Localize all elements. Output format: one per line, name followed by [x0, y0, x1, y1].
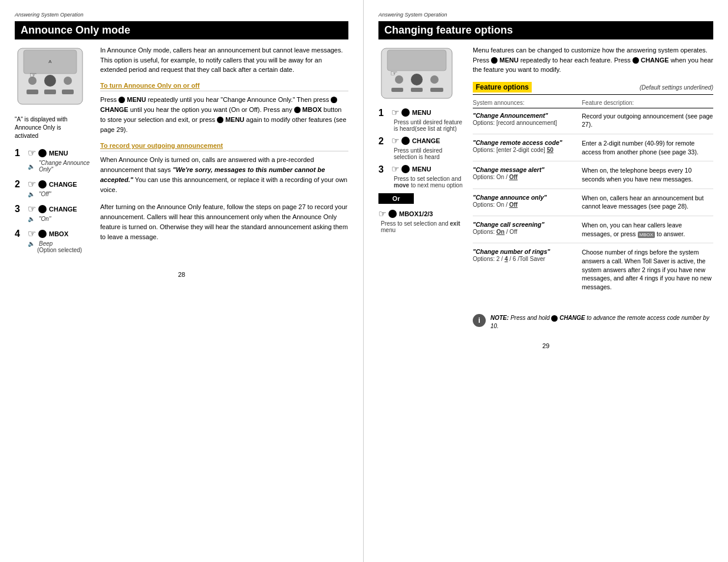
- right-step-content-2: ☞ CHANGE Press until desired selection i…: [391, 135, 467, 160]
- feature-name-1: "Change Announcement" Options: [record a…: [473, 112, 576, 129]
- menu-label-1: MENU: [49, 150, 68, 157]
- right-mbox-desc: Press to set selection and exit menu: [381, 220, 467, 233]
- feature-options-2: Options: [enter 2-digit code] 50: [473, 147, 554, 153]
- menu-inline-r1: [491, 57, 498, 64]
- svg-point-4: [64, 77, 72, 85]
- right-title: Changing feature options: [378, 21, 713, 39]
- right-hand-mbox: ☞: [378, 209, 386, 219]
- right-menu-btn-3: [401, 165, 410, 173]
- feature-table: "Change Announcement" Options: [record a…: [473, 112, 713, 296]
- feature-row-2: "Change remote access code" Options: [en…: [473, 139, 713, 161]
- svg-rect-11: [387, 50, 446, 71]
- right-step-desc-2: Press until desired selection is heard: [394, 147, 467, 160]
- feature-desc-4: When on, callers hear an announcement bu…: [582, 194, 713, 211]
- speaker-icon-1: 🔈: [28, 163, 35, 170]
- svg-text:☞: ☞: [390, 68, 398, 78]
- feature-row-1: "Change Announcement" Options: [record a…: [473, 112, 713, 134]
- right-mbox-content: ☞ MBOX1/2/3 Press to set selection and e…: [378, 209, 467, 233]
- svg-rect-15: [391, 88, 403, 92]
- left-page-number: 28: [15, 271, 348, 278]
- feature-name-5: "Change call screening" Options: On / Of…: [473, 221, 576, 238]
- feature-desc-1: Record your outgoing announcement (see p…: [582, 112, 713, 129]
- right-step-desc-1: Press until desired feature is heard(see…: [394, 119, 467, 132]
- menu-button-1: [38, 149, 47, 157]
- right-step-2: 2 ☞ CHANGE Press until desired selection…: [378, 135, 467, 160]
- change-inline-1: [331, 97, 337, 103]
- change-button-3: [38, 205, 47, 213]
- subsection2-text1: When Announce Only is turned on, calls a…: [100, 155, 348, 195]
- right-page-number: 29: [378, 342, 713, 349]
- subsection1-text: Press MENU repeatedly until you hear "Ch…: [100, 95, 348, 135]
- menu-inline-1: [118, 97, 125, 103]
- change-inline-r1: [633, 57, 639, 64]
- step-subtext-3: "On": [39, 216, 51, 222]
- right-col1: ☞ 1 ☞ MENU Press until desired feature i…: [378, 45, 473, 330]
- right-step-number-1: 1: [378, 107, 389, 118]
- right-change-btn-2: [401, 137, 410, 145]
- left-steps: 1 ☞ MENU 🔈 "Change Announce Only": [15, 147, 94, 253]
- note-text: NOTE: Press and hold CHANGE to advance t…: [490, 314, 713, 330]
- mbox-button-4: [38, 230, 47, 238]
- right-change-lbl-2: CHANGE: [412, 137, 440, 144]
- menu-inline-2: [217, 117, 223, 123]
- speaker-icon-3: 🔈: [28, 216, 35, 222]
- svg-point-14: [430, 75, 439, 84]
- feature-options-4: Options: On / Off: [473, 201, 518, 208]
- speaker-icon-4: 🔈: [28, 240, 35, 247]
- change-button-2: [38, 180, 47, 189]
- mbox-inline-icon: MBOX: [638, 232, 655, 238]
- or-divider: Or: [378, 193, 414, 204]
- left-intro: In Announce Only mode, callers hear an a…: [100, 45, 348, 75]
- step-row-4: 4 ☞ MBOX 🔈 Beep (Option selecte: [15, 228, 94, 253]
- feature-name-2: "Change remote access code" Options: [en…: [473, 139, 576, 156]
- step-row-2: 2 ☞ CHANGE 🔈 "Off": [15, 178, 94, 197]
- step-row-3: 3 ☞ CHANGE 🔈 "On": [15, 203, 94, 222]
- feature-desc-2: Enter a 2-digit number (40-99) for remot…: [582, 139, 713, 156]
- right-step-number-3: 3: [378, 164, 389, 175]
- feature-row-5: "Change call screening" Options: On / Of…: [473, 221, 713, 243]
- right-menu-lbl-1: MENU: [412, 109, 431, 116]
- svg-rect-7: [62, 90, 74, 94]
- speaker-icon-2: 🔈: [28, 191, 35, 197]
- right-page: Answering System Operation Changing feat…: [364, 0, 728, 562]
- right-step-number-2: 2: [378, 135, 389, 147]
- right-step-desc-3: Press to set selection and move to next …: [394, 176, 467, 189]
- right-menu-lbl-3: MENU: [412, 166, 431, 173]
- right-step-1: 1 ☞ MENU Press until desired feature is …: [378, 107, 467, 132]
- feature-desc-5: When on, you can hear callers leave mess…: [582, 221, 713, 238]
- device-caption: "A" is displayed with Announce Only is a…: [15, 115, 74, 140]
- svg-point-13: [411, 74, 423, 85]
- right-col2: Menu features can be changed to customiz…: [473, 45, 713, 330]
- left-title: Announce Only mode: [15, 21, 348, 39]
- feature-options-1: Options: [record announcement]: [473, 120, 557, 126]
- step-content-4: ☞ MBOX 🔈 Beep (Option selected): [28, 228, 82, 253]
- svg-rect-6: [44, 90, 56, 94]
- step-row-1: 1 ☞ MENU 🔈 "Change Announce Only": [15, 147, 94, 173]
- mbox-inline-1: [294, 107, 301, 113]
- feature-table-header: System announces: Feature description:: [473, 100, 713, 108]
- page: Answering System Operation Announce Only…: [0, 0, 728, 562]
- right-menu-btn-1: [401, 108, 410, 117]
- hand-icon-3: ☞: [28, 203, 36, 214]
- right-mbox-step: ☞ MBOX1/2/3 Press to set selection and e…: [378, 209, 467, 233]
- change-note-btn: [551, 315, 558, 322]
- feature-desc-3: When on, the telephone beeps every 10 se…: [582, 166, 713, 183]
- top-image-area: A ☞: [15, 45, 94, 107]
- hand-icon-1: ☞: [28, 147, 36, 158]
- change-label-2: CHANGE: [49, 181, 77, 188]
- col-desc-label: Feature description:: [582, 100, 713, 106]
- left-section-header: Answering System Operation: [15, 12, 348, 18]
- feature-options-label: Feature options: [473, 82, 532, 92]
- step-content-2: ☞ CHANGE 🔈 "Off": [28, 178, 77, 197]
- feature-options-5: Options: On / Off: [473, 229, 517, 235]
- subsection2-title: To record your outgoing announcement: [100, 142, 348, 151]
- step-subtext-2: "Off": [39, 191, 51, 197]
- step-subtext-4: Beep: [39, 240, 52, 247]
- left-col1: A ☞ "A" is displayed with Announce Only …: [15, 45, 100, 259]
- mbox-label-4: MBOX: [49, 230, 68, 237]
- right-two-col: ☞ 1 ☞ MENU Press until desired feature i…: [378, 45, 713, 330]
- feature-name-3: "Change message alert" Options: On / Off: [473, 166, 576, 183]
- step-number-3: 3: [15, 203, 25, 214]
- device-image: A ☞: [15, 45, 85, 107]
- right-section-header: Answering System Operation: [378, 12, 713, 18]
